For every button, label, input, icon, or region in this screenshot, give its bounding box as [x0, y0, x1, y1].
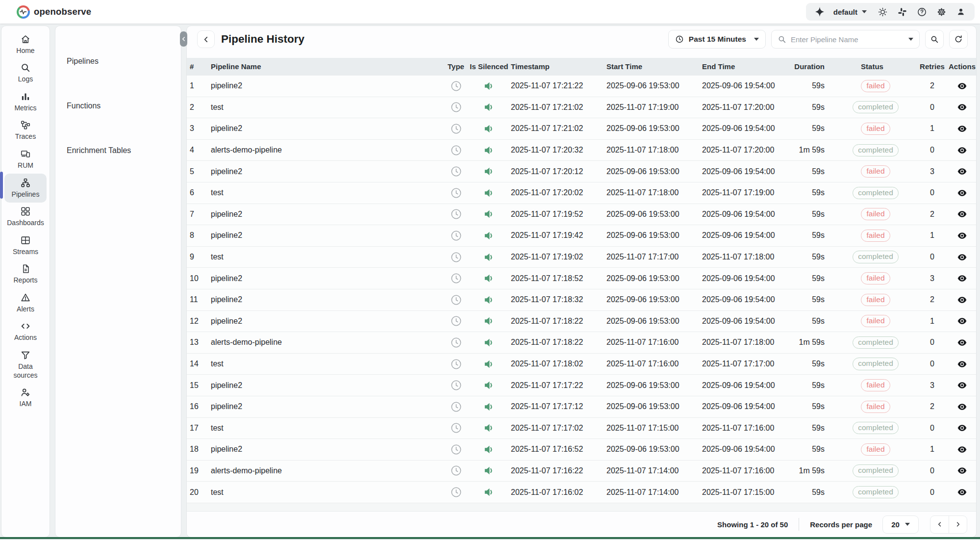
- view-details-eye-icon[interactable]: [957, 168, 967, 175]
- view-details-eye-icon[interactable]: [957, 232, 967, 239]
- status-badge: failed: [861, 123, 890, 135]
- status-cell: failed: [828, 443, 916, 456]
- table-row[interactable]: 6 test 2025-11-07 17:20:02 2025-11-07 17…: [187, 182, 976, 204]
- actions-cell: [948, 189, 976, 197]
- collapse-sidebar-button[interactable]: [180, 31, 187, 47]
- org-selector[interactable]: default: [829, 8, 873, 16]
- table-row[interactable]: 2 test 2025-11-07 17:21:02 2025-11-07 17…: [187, 97, 976, 118]
- ai-sparkle-button[interactable]: [810, 3, 829, 21]
- table-row[interactable]: 11 pipeline2 2025-11-07 17:18:32 2025-09…: [187, 289, 976, 310]
- view-details-eye-icon[interactable]: [957, 254, 967, 261]
- pipeline-search-input[interactable]: [791, 35, 904, 44]
- duration-cell: 59s: [791, 424, 828, 433]
- sidebar-item-traces[interactable]: Traces: [4, 116, 47, 145]
- start-time-cell: 2025-11-07 17:14:00: [603, 466, 698, 475]
- table-row[interactable]: 20 test 2025-11-07 17:16:02 2025-11-07 1…: [187, 481, 976, 503]
- page-size-select[interactable]: 20: [882, 515, 919, 534]
- timestamp-cell: 2025-11-07 17:17:12: [507, 402, 603, 411]
- type-cell: [441, 315, 471, 327]
- sidebar-item-streams[interactable]: Streams: [4, 231, 47, 260]
- table-row[interactable]: 3 pipeline2 2025-11-07 17:21:02 2025-09-…: [187, 118, 976, 139]
- table-row[interactable]: 15 pipeline2 2025-11-07 17:17:22 2025-09…: [187, 374, 976, 396]
- sidebar-item-actions[interactable]: Actions: [4, 317, 47, 346]
- table-row[interactable]: 13 alerts-demo-pipeline 2025-11-07 17:18…: [187, 332, 976, 353]
- view-details-eye-icon[interactable]: [957, 275, 967, 282]
- timestamp-cell: 2025-11-07 17:20:12: [507, 167, 603, 176]
- next-page-button[interactable]: [949, 516, 967, 533]
- actions-cell: [948, 82, 976, 90]
- view-details-eye-icon[interactable]: [957, 360, 967, 368]
- theme-toggle-button[interactable]: [873, 3, 892, 21]
- table-row[interactable]: 1 pipeline2 2025-11-07 17:21:22 2025-09-…: [187, 75, 976, 97]
- view-details-eye-icon[interactable]: [957, 424, 967, 432]
- type-cell: [441, 102, 471, 113]
- clock-icon: [451, 422, 462, 434]
- view-details-eye-icon[interactable]: [957, 382, 967, 389]
- sidebar-item-dashboards[interactable]: Dashboards: [4, 203, 47, 231]
- view-details-eye-icon[interactable]: [957, 147, 967, 154]
- sidebar-item-rum[interactable]: RUM: [4, 145, 47, 174]
- view-details-eye-icon[interactable]: [957, 189, 967, 197]
- pagination-buttons: [930, 515, 967, 534]
- table-row[interactable]: 18 pipeline2 2025-11-07 17:16:52 2025-09…: [187, 438, 976, 460]
- table-row[interactable]: 19 alerts-demo-pipeline 2025-11-07 17:16…: [187, 460, 976, 482]
- help-button[interactable]: [912, 3, 931, 21]
- settings-button[interactable]: [931, 3, 951, 21]
- sidebar-item-iam[interactable]: IAM: [4, 384, 47, 412]
- view-details-eye-icon[interactable]: [957, 125, 967, 132]
- view-details-eye-icon[interactable]: [957, 296, 967, 304]
- table-row[interactable]: 8 pipeline2 2025-11-07 17:19:42 2025-09-…: [187, 225, 976, 246]
- actions-cell: [948, 339, 976, 346]
- view-details-eye-icon[interactable]: [957, 82, 967, 90]
- table-row[interactable]: 4 alerts-demo-pipeline 2025-11-07 17:20:…: [187, 139, 976, 161]
- refresh-button[interactable]: [949, 30, 968, 49]
- view-details-eye-icon[interactable]: [957, 489, 967, 496]
- table-row[interactable]: 10 pipeline2 2025-11-07 17:18:52 2025-09…: [187, 267, 976, 289]
- slack-button[interactable]: [892, 3, 912, 21]
- chevron-left-icon: [936, 521, 943, 528]
- clock-icon: [451, 444, 462, 455]
- sidebar-item-reports[interactable]: Reports: [4, 260, 47, 289]
- time-range-selector[interactable]: Past 15 Minutes: [668, 30, 766, 49]
- pipeline-search-field[interactable]: [771, 30, 920, 49]
- search-button[interactable]: [925, 30, 944, 49]
- actions-cell: [948, 467, 976, 474]
- table-row[interactable]: 5 pipeline2 2025-11-07 17:20:12 2025-09-…: [187, 160, 976, 182]
- speaker-icon: [484, 102, 494, 112]
- sidebar-item-home[interactable]: Home: [4, 30, 47, 59]
- subnav-item-functions[interactable]: Functions: [55, 83, 181, 128]
- row-index: 1: [187, 81, 209, 90]
- row-index: 2: [187, 103, 209, 112]
- sidebar-item-data-sources[interactable]: Data sources: [4, 346, 47, 384]
- subnav-item-enrichment-tables[interactable]: Enrichment Tables: [55, 128, 181, 173]
- prev-page-button[interactable]: [930, 516, 949, 533]
- sidebar-item-metrics[interactable]: Metrics: [4, 87, 47, 116]
- refresh-icon: [954, 35, 963, 44]
- view-details-eye-icon[interactable]: [957, 467, 967, 474]
- type-cell: [441, 273, 471, 284]
- view-details-eye-icon[interactable]: [957, 103, 967, 111]
- sidebar-item-logs[interactable]: Logs: [4, 59, 47, 88]
- clock-icon: [451, 230, 462, 241]
- view-details-eye-icon[interactable]: [957, 339, 967, 346]
- retries-cell: 1: [916, 231, 948, 240]
- table-row[interactable]: 12 pipeline2 2025-11-07 17:18:22 2025-09…: [187, 310, 976, 332]
- subnav-item-pipelines[interactable]: Pipelines: [55, 39, 181, 83]
- end-time-cell: 2025-09-06 19:54:00: [698, 81, 791, 90]
- table-row[interactable]: 16 pipeline2 2025-11-07 17:17:12 2025-09…: [187, 396, 976, 417]
- sidebar-item-alerts[interactable]: Alerts: [4, 288, 47, 317]
- row-index: 11: [187, 295, 209, 304]
- table-row[interactable]: 7 pipeline2 2025-11-07 17:19:52 2025-09-…: [187, 204, 976, 225]
- type-cell: [441, 166, 471, 177]
- user-profile-button[interactable]: [951, 3, 971, 21]
- back-button[interactable]: [197, 30, 215, 48]
- table-row[interactable]: 17 test 2025-11-07 17:17:02 2025-11-07 1…: [187, 417, 976, 439]
- table-row[interactable]: 9 test 2025-11-07 17:19:02 2025-11-07 17…: [187, 246, 976, 268]
- sidebar-item-pipelines[interactable]: Pipelines: [4, 174, 47, 203]
- view-details-eye-icon[interactable]: [957, 403, 967, 411]
- view-details-eye-icon[interactable]: [957, 210, 967, 218]
- table-row[interactable]: 14 test 2025-11-07 17:18:02 2025-11-07 1…: [187, 353, 976, 375]
- type-cell: [441, 487, 471, 498]
- view-details-eye-icon[interactable]: [957, 317, 967, 325]
- view-details-eye-icon[interactable]: [957, 446, 967, 453]
